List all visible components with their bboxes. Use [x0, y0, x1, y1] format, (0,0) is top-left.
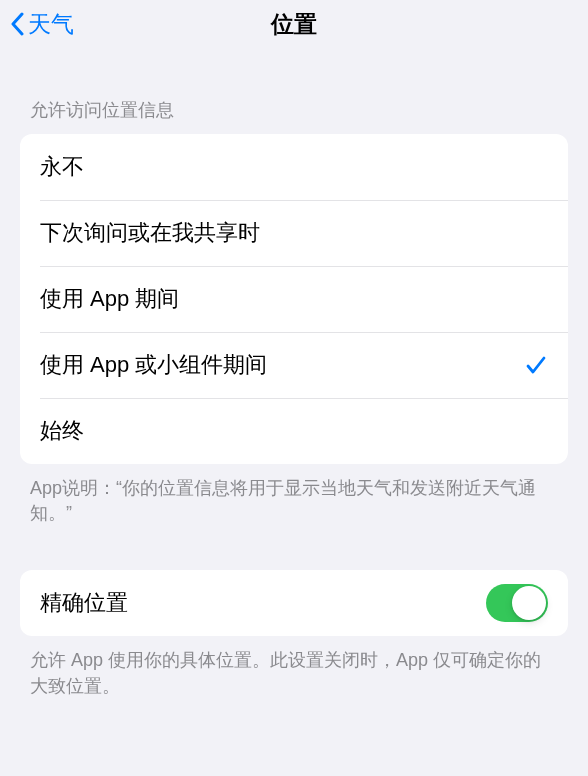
page-title: 位置 — [271, 9, 317, 40]
option-while-using-app[interactable]: 使用 App 期间 — [20, 266, 568, 332]
section-footer-app-description: App说明：“你的位置信息将用于显示当地天气和发送附近天气通知。” — [20, 464, 568, 526]
option-label: 使用 App 或小组件期间 — [40, 350, 267, 380]
option-label: 使用 App 期间 — [40, 284, 179, 314]
option-label: 永不 — [40, 152, 84, 182]
precise-location-toggle[interactable] — [486, 584, 548, 622]
precise-location-section: 精确位置 — [20, 570, 568, 636]
navigation-bar: 天气 位置 — [0, 0, 588, 48]
location-access-options: 永不 下次询问或在我共享时 使用 App 期间 使用 App 或小组件期间 始终 — [20, 134, 568, 464]
back-label: 天气 — [28, 9, 74, 40]
option-always[interactable]: 始终 — [20, 398, 568, 464]
option-never[interactable]: 永不 — [20, 134, 568, 200]
back-button[interactable]: 天气 — [8, 9, 74, 40]
precise-location-label: 精确位置 — [40, 588, 128, 618]
chevron-left-icon — [8, 10, 26, 38]
option-label: 下次询问或在我共享时 — [40, 218, 260, 248]
switch-knob — [512, 586, 546, 620]
section-header-location-access: 允许访问位置信息 — [20, 48, 568, 134]
precise-location-row: 精确位置 — [20, 570, 568, 636]
option-while-using-app-or-widgets[interactable]: 使用 App 或小组件期间 — [20, 332, 568, 398]
option-label: 始终 — [40, 416, 84, 446]
section-footer-precise-location: 允许 App 使用你的具体位置。此设置关闭时，App 仅可确定你的大致位置。 — [20, 636, 568, 698]
option-ask-next-time[interactable]: 下次询问或在我共享时 — [20, 200, 568, 266]
checkmark-icon — [524, 353, 548, 377]
